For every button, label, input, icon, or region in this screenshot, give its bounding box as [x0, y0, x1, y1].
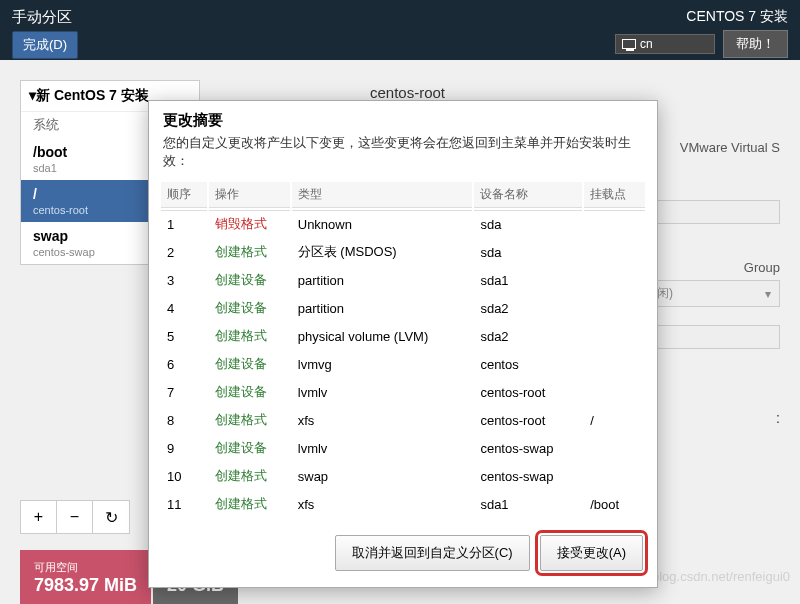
chevron-down-icon: ▾ [765, 287, 771, 301]
label-colon: : [776, 410, 780, 426]
table-row[interactable]: 10创建格式swapcentos-swap [161, 463, 645, 489]
available-space: 可用空间 7983.97 MiB [20, 550, 151, 604]
col-order[interactable]: 顺序 [161, 182, 207, 208]
table-row[interactable]: 7创建设备lvmlvcentos-root [161, 379, 645, 405]
table-row[interactable]: 6创建设备lvmvgcentos [161, 351, 645, 377]
col-device[interactable]: 设备名称 [474, 182, 582, 208]
table-row[interactable]: 1销毁格式Unknownsda [161, 210, 645, 237]
col-mount[interactable]: 挂载点 [584, 182, 645, 208]
table-row[interactable]: 2创建格式分区表 (MSDOS)sda [161, 239, 645, 265]
keyboard-icon [622, 39, 636, 49]
table-row[interactable]: 4创建设备partitionsda2 [161, 295, 645, 321]
vg-label: Group [744, 260, 780, 275]
device-label: VMware Virtual S [680, 140, 780, 155]
refresh-button[interactable]: ↻ [93, 501, 129, 533]
partition-controls: + − ↻ [20, 500, 130, 534]
add-button[interactable]: + [21, 501, 57, 533]
changes-summary-dialog: 更改摘要 您的自定义更改将产生以下变更，这些变更将会在您返回到主菜单并开始安装时… [148, 100, 658, 588]
table-row[interactable]: 8创建格式xfscentos-root/ [161, 407, 645, 433]
table-row[interactable]: 9创建设备lvmlvcentos-swap [161, 435, 645, 461]
col-type[interactable]: 类型 [292, 182, 473, 208]
page-title: 手动分区 [12, 8, 78, 27]
keyboard-indicator[interactable]: cn [615, 34, 715, 54]
accept-changes-button[interactable]: 接受更改(A) [540, 535, 643, 571]
changes-table: 顺序 操作 类型 设备名称 挂载点 1销毁格式Unknownsda2创建格式分区… [159, 180, 647, 519]
col-operation[interactable]: 操作 [209, 182, 290, 208]
cancel-button[interactable]: 取消并返回到自定义分区(C) [335, 535, 530, 571]
help-button[interactable]: 帮助！ [723, 30, 788, 58]
dialog-title: 更改摘要 [149, 101, 657, 134]
topbar: 手动分区 完成(D) CENTOS 7 安装 cn 帮助！ [0, 0, 800, 60]
dialog-subtitle: 您的自定义更改将产生以下变更，这些变更将会在您返回到主菜单并开始安装时生效： [149, 134, 657, 180]
table-row[interactable]: 5创建格式physical volume (LVM)sda2 [161, 323, 645, 349]
installer-title: CENTOS 7 安装 [686, 8, 788, 26]
table-row[interactable]: 3创建设备partitionsda1 [161, 267, 645, 293]
table-row[interactable]: 11创建格式xfssda1/boot [161, 491, 645, 517]
keyboard-layout: cn [640, 37, 653, 51]
remove-button[interactable]: − [57, 501, 93, 533]
done-button[interactable]: 完成(D) [12, 31, 78, 59]
